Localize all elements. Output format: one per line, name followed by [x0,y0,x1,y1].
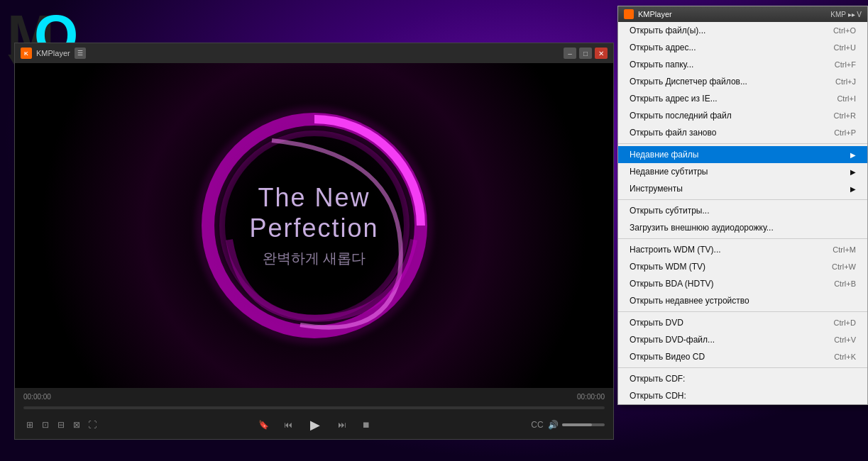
video-text-overlay: The NewPerfection 완벽하게 새롭다 [249,182,378,268]
menu-item-11[interactable]: Загрузить внешнюю аудиодорожку... [618,219,867,236]
center-controls: 🔖 ⏮ ▶ ⏭ ⏹ [101,416,528,434]
menu-item-label-9: Инструменты [630,184,847,194]
time-total: 00:00:00 [577,393,605,401]
menu-separator-6 [618,143,867,144]
menu-separator-11 [618,238,867,239]
menu-item-arrow-9: ▶ [850,185,856,193]
volume-fill [562,423,592,426]
mute-icon[interactable]: 🔊 [546,418,559,431]
playback-controls: ⊞ ⊡ ⊟ ⊠ ⛶ 🔖 ⏮ ▶ ⏭ ⏹ CC 🔊 [23,416,605,434]
menu-item-shortcut-0: Ctrl+O [833,26,856,35]
menu-item-shortcut-12: Ctrl+M [833,245,856,254]
menu-item-9[interactable]: Инструменты▶ [618,180,867,197]
subtitle-icon[interactable]: ⊟ [55,418,67,431]
capture-icon[interactable]: ⊡ [39,418,52,431]
bookmark-icon[interactable]: 🔖 [258,418,270,431]
stop-icon[interactable]: ⏹ [360,418,373,431]
menu-item-3[interactable]: Открыть Диспетчер файлов...Ctrl+J [618,73,867,90]
progress-bar[interactable] [23,406,605,409]
minimize-button[interactable]: – [564,48,576,59]
menu-title-right: KMP ▸▸ V [830,11,862,18]
menu-item-label-3: Открыть Диспетчер файлов... [630,77,814,87]
menu-item-label-13: Открыть WDM (TV) [630,262,811,272]
menu-item-shortcut-6: Ctrl+P [834,128,856,137]
menu-item-0[interactable]: Открыть файл(ы)...Ctrl+O [618,22,867,39]
menu-item-label-4: Открыть адрес из IE... [630,94,815,104]
playlist-icon[interactable]: ⊞ [23,418,36,431]
menu-item-shortcut-1: Ctrl+U [834,43,856,52]
next-icon[interactable]: ⏭ [336,418,348,431]
menu-item-label-20: Открыть CDH: [630,391,856,401]
menu-item-label-19: Открыть CDF: [630,374,856,384]
video-main-title: The NewPerfection [249,182,378,243]
menu-item-label-18: Открыть Видео CD [630,352,813,362]
menu-separator-18 [618,367,867,368]
menu-item-16[interactable]: Открыть DVDCtrl+D [618,314,867,331]
menu-item-label-16: Открыть DVD [630,318,813,328]
prev-icon[interactable]: ⏮ [282,418,295,431]
menu-item-13[interactable]: Открыть WDM (TV)Ctrl+W [618,258,867,275]
menu-item-12[interactable]: Настроить WDM (TV)...Ctrl+M [618,241,867,258]
menu-separator-15 [618,311,867,312]
kmplayer-titlebar: K KMPlayer ☰ – □ ✕ [15,43,613,63]
video-area: The NewPerfection 완벽하게 새롭다 [15,63,613,388]
close-button[interactable]: ✕ [595,48,608,59]
menu-logo-icon [624,9,634,19]
menu-item-18[interactable]: Открыть Видео CDCtrl+K [618,348,867,365]
menu-item-label-10: Открыть субтитры... [630,206,856,216]
menu-item-7[interactable]: Недавние файлы▶ [618,146,867,163]
menu-item-15[interactable]: Открыть недавнее устройство [618,292,867,309]
context-menu: KMPlayer KMP ▸▸ V Открыть файл(ы)...Ctrl… [617,6,868,405]
menu-item-label-15: Открыть недавнее устройство [630,296,856,306]
menu-item-1[interactable]: Открыть адрес...Ctrl+U [618,39,867,56]
cc-icon[interactable]: CC [531,418,544,431]
menu-item-label-2: Открыть папку... [630,60,813,70]
player-controls-bar: 00:00:00 00:00:00 ⊞ ⊡ ⊟ ⊠ ⛶ 🔖 ⏮ ▶ ⏭ ⏹ CC… [15,388,613,439]
menu-item-19[interactable]: Открыть CDF: [618,370,867,387]
menu-item-5[interactable]: Открыть последний файлCtrl+R [618,107,867,124]
menu-item-label-11: Загрузить внешнюю аудиодорожку... [630,223,856,233]
menu-item-shortcut-17: Ctrl+V [834,335,856,344]
menu-item-14[interactable]: Открыть BDA (HDTV)Ctrl+B [618,275,867,292]
menu-item-arrow-8: ▶ [850,168,856,176]
audio-icon[interactable]: ⊠ [70,418,83,431]
menu-item-shortcut-3: Ctrl+J [835,77,856,86]
menu-item-2[interactable]: Открыть папку...Ctrl+F [618,56,867,73]
menu-title-text: KMPlayer [638,10,672,18]
restore-button[interactable]: □ [579,48,592,59]
kmplayer-menu-icon[interactable]: ☰ [75,48,86,59]
menu-item-6[interactable]: Открыть файл зановоCtrl+P [618,124,867,141]
menu-item-label-8: Недавние субтитры [630,167,847,177]
menu-item-label-14: Открыть BDA (HDTV) [630,279,813,289]
menu-item-shortcut-5: Ctrl+R [834,111,856,120]
menu-item-label-5: Открыть последний файл [630,111,813,121]
menu-item-10[interactable]: Открыть субтитры... [618,202,867,219]
menu-item-shortcut-4: Ctrl+I [837,94,856,103]
menu-item-shortcut-14: Ctrl+B [834,279,856,288]
menu-titlebar-right: KMP ▸▸ V [830,11,862,18]
menu-item-20[interactable]: Открыть CDH: [618,387,867,404]
menu-item-8[interactable]: Недавние субтитры▶ [618,163,867,180]
menu-item-label-1: Открыть адрес... [630,43,813,52]
time-bar: 00:00:00 00:00:00 [23,393,605,401]
menu-separator-9 [618,199,867,200]
video-subtitle-korean: 완벽하게 새롭다 [249,250,378,269]
menu-item-arrow-7: ▶ [850,151,856,159]
volume-bar[interactable] [562,423,605,426]
kmplayer-logo-icon: K [21,48,32,59]
kmplayer-window: K KMPlayer ☰ – □ ✕ [14,43,614,440]
fullscreen-icon[interactable]: ⛶ [86,418,99,431]
menu-item-label-17: Открыть DVD-файл... [630,335,813,345]
time-current: 00:00:00 [23,393,51,401]
menu-item-shortcut-2: Ctrl+F [835,60,856,69]
menu-titlebar: KMPlayer KMP ▸▸ V [618,6,867,22]
menu-item-shortcut-16: Ctrl+D [834,318,856,327]
menu-item-label-12: Настроить WDM (TV)... [630,245,811,255]
menu-item-17[interactable]: Открыть DVD-файл...Ctrl+V [618,331,867,348]
kmplayer-title-text: KMPlayer [36,49,70,57]
menu-item-4[interactable]: Открыть адрес из IE...Ctrl+I [618,90,867,107]
menu-item-label-6: Открыть файл заново [630,128,813,138]
menu-items-list: Открыть файл(ы)...Ctrl+OОткрыть адрес...… [618,22,867,404]
play-button[interactable]: ▶ [306,416,324,434]
menu-titlebar-left: KMPlayer [624,9,672,19]
